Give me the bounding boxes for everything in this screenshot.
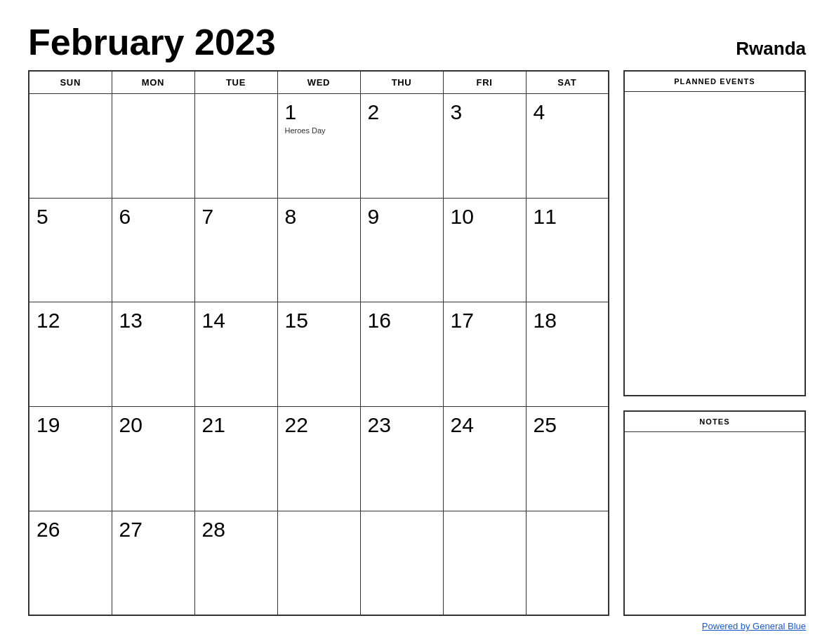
notes-body [625, 432, 805, 615]
calendar-cell: 16 [360, 302, 443, 407]
calendar-cell: 23 [360, 407, 443, 511]
day-number: 27 [119, 518, 143, 541]
calendar-cell: 5 [29, 198, 112, 302]
main-content: SUN MON TUE WED THU FRI SAT 1Heroes Day2… [28, 70, 806, 616]
day-number: 14 [202, 309, 225, 332]
calendar-cell: 26 [29, 511, 112, 615]
calendar-cell: 8 [277, 198, 360, 302]
calendar-page: February 2023 Rwanda SUN MON TUE WED THU… [0, 0, 834, 644]
calendar-cell: 10 [443, 198, 526, 302]
calendar-cell [194, 94, 277, 199]
day-number: 10 [451, 205, 474, 228]
day-number: 2 [368, 100, 380, 123]
powered-by-link[interactable]: Powered by General Blue [702, 621, 806, 631]
day-number: 28 [202, 518, 225, 541]
day-number: 26 [37, 518, 60, 541]
calendar-cell: 13 [112, 302, 194, 407]
day-number: 17 [451, 309, 474, 332]
calendar-cell: 1Heroes Day [277, 94, 360, 199]
day-number: 23 [368, 413, 391, 436]
calendar-cell: 11 [526, 198, 609, 302]
calendar-week-row: 567891011 [29, 198, 609, 302]
calendar-week-row: 19202122232425 [29, 407, 609, 511]
calendar-cell: 12 [29, 302, 112, 407]
calendar-cell: 15 [277, 302, 360, 407]
col-sun: SUN [29, 71, 112, 94]
page-header: February 2023 Rwanda [28, 21, 806, 63]
footer: Powered by General Blue [702, 621, 806, 631]
planned-events-box: PLANNED EVENTS [623, 70, 806, 396]
col-thu: THU [360, 71, 443, 94]
day-number: 5 [37, 205, 48, 228]
day-number: 11 [534, 205, 557, 228]
col-mon: MON [112, 71, 194, 94]
day-number: 1 [285, 100, 297, 123]
calendar-section: SUN MON TUE WED THU FRI SAT 1Heroes Day2… [28, 70, 609, 616]
calendar-cell: 7 [194, 198, 277, 302]
calendar-week-row: 12131415161718 [29, 302, 609, 407]
weekday-header-row: SUN MON TUE WED THU FRI SAT [29, 71, 609, 94]
day-number: 7 [202, 205, 214, 228]
day-number: 12 [37, 309, 60, 332]
calendar-cell: 3 [443, 94, 526, 199]
calendar-cell [277, 511, 360, 615]
calendar-cell: 14 [194, 302, 277, 407]
day-number: 6 [119, 205, 131, 228]
calendar-week-row: 262728 [29, 511, 609, 615]
day-number: 13 [119, 309, 143, 332]
calendar-cell [360, 511, 443, 615]
calendar-cell: 24 [443, 407, 526, 511]
day-number: 16 [368, 309, 391, 332]
day-number: 20 [119, 413, 143, 436]
day-number: 18 [534, 309, 557, 332]
calendar-cell: 20 [112, 407, 194, 511]
calendar-cell: 18 [526, 302, 609, 407]
day-number: 15 [285, 309, 308, 332]
day-number: 24 [451, 413, 474, 436]
day-number: 21 [202, 413, 225, 436]
day-number: 3 [451, 100, 463, 123]
day-number: 8 [285, 205, 297, 228]
planned-events-header: PLANNED EVENTS [625, 72, 805, 92]
calendar-cell [443, 511, 526, 615]
calendar-cell [29, 94, 112, 199]
calendar-cell: 9 [360, 198, 443, 302]
country-title: Rwanda [736, 38, 806, 60]
calendar-cell: 4 [526, 94, 609, 199]
notes-box: NOTES [623, 410, 806, 616]
sidebar: PLANNED EVENTS NOTES [623, 70, 806, 616]
event-label: Heroes Day [285, 126, 353, 135]
calendar-cell [112, 94, 194, 199]
col-fri: FRI [443, 71, 526, 94]
day-number: 9 [368, 205, 380, 228]
day-number: 25 [534, 413, 557, 436]
day-number: 4 [534, 100, 545, 123]
col-sat: SAT [526, 71, 609, 94]
calendar-cell: 22 [277, 407, 360, 511]
planned-events-body [625, 92, 805, 330]
col-wed: WED [277, 71, 360, 94]
col-tue: TUE [194, 71, 277, 94]
calendar-cell: 27 [112, 511, 194, 615]
calendar-table: SUN MON TUE WED THU FRI SAT 1Heroes Day2… [28, 70, 609, 616]
calendar-cell: 19 [29, 407, 112, 511]
calendar-cell: 25 [526, 407, 609, 511]
calendar-cell: 2 [360, 94, 443, 199]
month-title: February 2023 [28, 21, 276, 63]
notes-header: NOTES [625, 412, 805, 432]
calendar-cell: 28 [194, 511, 277, 615]
day-number: 19 [37, 413, 60, 436]
day-number: 22 [285, 413, 308, 436]
calendar-cell: 17 [443, 302, 526, 407]
calendar-cell: 21 [194, 407, 277, 511]
calendar-cell: 6 [112, 198, 194, 302]
calendar-cell [526, 511, 609, 615]
calendar-week-row: 1Heroes Day234 [29, 94, 609, 199]
